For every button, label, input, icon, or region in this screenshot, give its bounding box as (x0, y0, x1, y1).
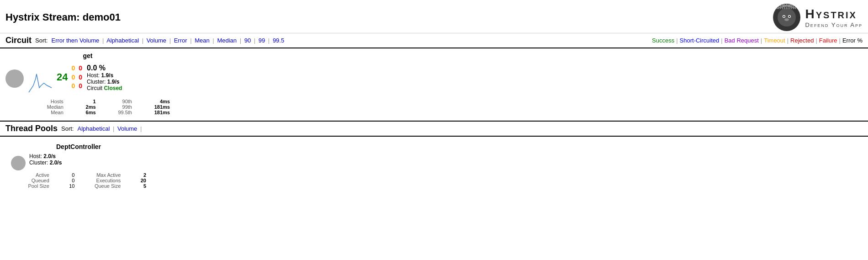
status-legend: Success | Short-Circuited | Bad Request … (652, 37, 863, 44)
failure-count: 0 (71, 82, 75, 91)
active-label: Active (11, 172, 49, 178)
sparkline (26, 60, 54, 97)
sort-error-volume[interactable]: Error then Volume (51, 37, 99, 44)
svg-line-7 (782, 5, 787, 6)
tp-health-circle (11, 156, 26, 170)
cluster-rate-label: Cluster: 1.9/s (87, 79, 122, 85)
sort-error[interactable]: Error (174, 37, 187, 44)
circuit-card-name: get (5, 52, 170, 59)
tp-card-main: Host: 2.0/s Cluster: 2.0/s (11, 151, 146, 170)
tp-cluster-rate-label: Cluster: 2.0/s (29, 159, 62, 166)
circuit-sort-links: Error then Volume | Alphabetical | Volum… (51, 37, 284, 44)
max-active-value: 2 (123, 172, 146, 178)
tp-host-rate-label: Host: 2.0/s (29, 153, 62, 159)
tp-stats: Active 0 Max Active 2 Queued 0 Execution… (11, 172, 146, 189)
short-count: 0 (79, 64, 82, 73)
p995-value: 181ms (136, 110, 170, 115)
status-rejected: Rejected (790, 37, 814, 44)
pool-size-label: Pool Size (11, 183, 49, 189)
tp-cluster-rate-value: 2.0/s (50, 159, 62, 166)
page-header: Hystrix Stream: demo01 (0, 0, 868, 33)
svg-line-12 (778, 6, 787, 8)
queue-size-label: Queue Size (77, 183, 121, 189)
p90-value: 4ms (136, 99, 170, 104)
mean-label: Mean (28, 110, 64, 115)
circuit-health-circle (5, 69, 24, 88)
sort-alphabetical[interactable]: Alphabetical (106, 37, 139, 44)
page-title: Hystrix Stream: demo01 (5, 11, 121, 23)
executions-label: Executions (77, 178, 121, 183)
circuit-status-label: Circuit Closed (87, 85, 122, 91)
p99-value: 181ms (136, 104, 170, 110)
svg-point-6 (784, 18, 789, 21)
sort-99[interactable]: 99 (259, 37, 265, 44)
executions-value: 20 (123, 178, 146, 183)
threadpool-sort-links: Alphabetical | Volume | (78, 125, 143, 132)
mean-value: 6ms (67, 110, 96, 115)
logo-name: Hystrix (805, 7, 863, 21)
badreq-count: 0 (79, 73, 82, 82)
queued-label: Queued (11, 178, 49, 183)
median-value: 2ms (67, 104, 96, 110)
status-error-pct: Error % (842, 37, 863, 44)
p90-label: 90th (100, 99, 132, 104)
threadpool-sort-label: Sort: (61, 125, 74, 132)
hosts-value: 1 (67, 99, 96, 104)
cluster-rate-value: 1.9/s (107, 79, 120, 85)
circuit-numbers: 24 0 0 0 0 0 0 (57, 64, 82, 91)
svg-point-1 (778, 8, 796, 27)
host-rate-label: Host: 1.9/s (87, 72, 122, 79)
host-rate-value: 1.9/s (101, 72, 113, 79)
threadpool-card: DeptController Host: 2.0/s Cluster: 2.0/… (5, 140, 152, 191)
p995-label: 99.5th (100, 110, 132, 115)
threadpool-cards-area: DeptController Host: 2.0/s Cluster: 2.0/… (0, 137, 868, 195)
circuit-sort-label: Sort: (35, 37, 48, 44)
pool-size-value: 10 (52, 183, 75, 189)
timeout-count: 0 (71, 64, 75, 73)
circuit-section-title: Circuit (5, 36, 32, 45)
circuit-rates: 0.0 % Host: 1.9/s Cluster: 1.9/s Circuit… (87, 64, 122, 91)
logo-area: Hystrix Defend Your App (773, 4, 863, 31)
status-failure: Failure (819, 37, 837, 44)
sort-median[interactable]: Median (217, 37, 237, 44)
svg-line-9 (787, 5, 791, 6)
logo-icon (773, 4, 800, 31)
logo-text: Hystrix Defend Your App (805, 7, 863, 28)
status-success: Success (652, 37, 674, 44)
tp-rates: Host: 2.0/s Cluster: 2.0/s (29, 153, 62, 166)
queued-value: 0 (52, 178, 75, 183)
circuit-section-header: Circuit Sort: Error then Volume | Alphab… (0, 33, 868, 48)
tp-host-rate-value: 2.0/s (43, 153, 56, 159)
tp-card-name: DeptController (11, 143, 146, 150)
sort-volume[interactable]: Volume (147, 37, 166, 44)
logo-tagline: Defend Your App (805, 21, 863, 28)
max-active-label: Max Active (77, 172, 121, 178)
threadpool-section-header: Thread Pools Sort: Alphabetical | Volume… (0, 121, 868, 137)
queue-size-value: 5 (123, 183, 146, 189)
svg-point-4 (783, 16, 785, 17)
status-short-circuited: Short-Circuited (680, 37, 720, 44)
p99-label: 99th (100, 104, 132, 110)
active-value: 0 (52, 172, 75, 178)
median-label: Median (28, 104, 64, 110)
circuit-status-value: Closed (104, 85, 122, 91)
rejected-count: 0 (71, 73, 75, 82)
badreq-count2: 0 (79, 82, 82, 91)
tp-sort-alphabetical[interactable]: Alphabetical (78, 125, 110, 132)
success-count: 24 (57, 70, 68, 85)
svg-point-5 (789, 16, 790, 17)
circuit-card: get 24 0 0 0 0 (5, 52, 170, 115)
hosts-label: Hosts (28, 99, 64, 104)
sort-mean[interactable]: Mean (195, 37, 210, 44)
status-bad-request: Bad Request (725, 37, 759, 44)
status-timeout: Timeout (764, 37, 785, 44)
circuit-cards-area: get 24 0 0 0 0 (0, 48, 868, 119)
svg-line-13 (787, 6, 796, 8)
tp-sort-volume[interactable]: Volume (117, 125, 137, 132)
sort-995[interactable]: 99.5 (273, 37, 284, 44)
circuit-stats: Hosts 1 90th 4ms Median 2ms 99th 181ms M… (5, 99, 170, 115)
threadpool-section-title: Thread Pools (5, 124, 58, 133)
error-pct: 0.0 % (87, 64, 122, 72)
circuit-card-main: 24 0 0 0 0 0 0 0.0 % Host: 1.9/s (5, 60, 170, 97)
sort-90[interactable]: 90 (244, 37, 251, 44)
